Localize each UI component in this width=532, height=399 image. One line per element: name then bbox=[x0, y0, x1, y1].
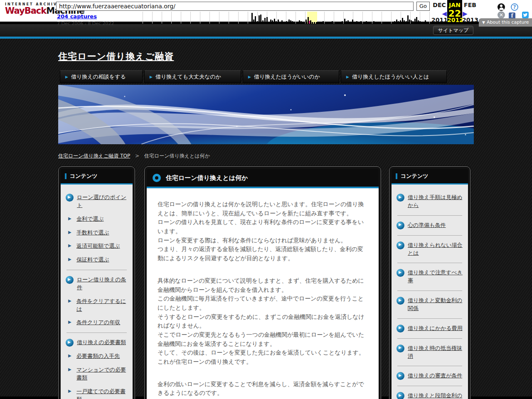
capture-bar[interactable] bbox=[253, 20, 254, 24]
sidebar-link[interactable]: 心の準備も条件 bbox=[408, 222, 446, 229]
capture-bar[interactable] bbox=[264, 18, 266, 24]
capture-bar[interactable] bbox=[423, 22, 424, 24]
help-icon[interactable]: ? bbox=[511, 3, 518, 11]
year-next[interactable]: 2013 bbox=[462, 17, 478, 23]
sidebar-item[interactable]: 借り換えにかかる費用 bbox=[397, 325, 463, 332]
capture-bar[interactable] bbox=[339, 22, 340, 24]
nav-tab-2[interactable]: ▶借り換えても大丈夫なのか bbox=[144, 70, 241, 83]
capture-bar[interactable] bbox=[288, 20, 290, 24]
capture-bar[interactable] bbox=[402, 18, 403, 24]
capture-bar[interactable] bbox=[416, 17, 417, 24]
capture-bar[interactable] bbox=[266, 17, 268, 24]
sidebar-link[interactable]: ローン借り換えの条件 bbox=[77, 276, 128, 292]
twitter-icon[interactable] bbox=[522, 12, 529, 18]
sidebar-sub-item[interactable]: ▶金利で選ぶ bbox=[66, 215, 128, 223]
capture-bar[interactable] bbox=[332, 21, 333, 24]
capture-bar[interactable] bbox=[325, 22, 326, 24]
sidebar-item[interactable]: 借り換え時の抵当権抹消 bbox=[397, 345, 463, 360]
sidebar-sub-item[interactable]: ▶条件をクリアするには bbox=[66, 298, 128, 313]
nav-tab-1[interactable]: ▶借り換えの相談をする bbox=[60, 70, 143, 83]
capture-bar[interactable] bbox=[279, 22, 281, 24]
capture-bar[interactable] bbox=[278, 20, 279, 24]
sidebar-link[interactable]: 手数料で選ぶ bbox=[76, 229, 109, 237]
capture-bar[interactable] bbox=[334, 22, 335, 24]
capture-bar[interactable] bbox=[360, 21, 362, 24]
sidebar-item[interactable]: 借り換えと段階金利の関係 bbox=[397, 392, 463, 399]
capture-bar[interactable] bbox=[398, 21, 399, 24]
capture-bar[interactable] bbox=[272, 20, 273, 24]
captures-link[interactable]: 204 captures bbox=[57, 13, 97, 20]
sidebar-link[interactable]: 返済可能額で選ぶ bbox=[76, 242, 120, 250]
capture-bar[interactable] bbox=[407, 15, 409, 24]
capture-bar[interactable] bbox=[366, 21, 367, 24]
about-this-capture[interactable]: ▼About this capture bbox=[479, 18, 532, 27]
capture-bar[interactable] bbox=[316, 22, 317, 24]
capture-bar[interactable] bbox=[425, 20, 426, 24]
capture-timeline[interactable] bbox=[143, 12, 433, 24]
capture-bar[interactable] bbox=[283, 22, 285, 24]
capture-bar[interactable] bbox=[312, 22, 313, 24]
capture-bar[interactable] bbox=[281, 20, 283, 24]
capture-bar[interactable] bbox=[412, 21, 414, 24]
sidebar-link[interactable]: 金利で選ぶ bbox=[76, 215, 104, 223]
capture-bar[interactable] bbox=[418, 20, 419, 24]
sidebar-link[interactable]: 条件をクリアするには bbox=[76, 298, 128, 313]
sidebar-group-head[interactable]: ローン借り換えの条件 bbox=[66, 276, 128, 292]
sidebar-link[interactable]: 借り換えられない場合とは bbox=[408, 241, 463, 257]
capture-bar[interactable] bbox=[370, 22, 371, 24]
capture-bar[interactable] bbox=[274, 19, 275, 24]
capture-bar[interactable] bbox=[300, 21, 302, 24]
capture-bar[interactable] bbox=[411, 20, 412, 24]
sidebar-sub-item[interactable]: ▶必要書類の入手先 bbox=[66, 352, 128, 360]
capture-bar[interactable] bbox=[346, 21, 347, 24]
sidebar-link[interactable]: 必要書類の入手先 bbox=[76, 352, 120, 360]
breadcrumb-top-link[interactable]: 住宅ローン借り換えご融資 TOP bbox=[58, 153, 130, 159]
capture-bar[interactable] bbox=[430, 22, 431, 24]
capture-bar[interactable] bbox=[303, 22, 304, 24]
sidebar-sub-item[interactable]: ▶返済可能額で選ぶ bbox=[66, 242, 128, 250]
sidebar-sub-item[interactable]: ▶条件クリアの年収 bbox=[66, 319, 128, 327]
sidebar-link[interactable]: 借り換えで注意すべき事 bbox=[408, 269, 463, 285]
capture-bar[interactable] bbox=[382, 22, 384, 24]
sidebar-link[interactable]: 借り換え時の抵当権抹消 bbox=[408, 345, 463, 360]
capture-bar[interactable] bbox=[327, 22, 328, 24]
sidebar-sub-item[interactable]: ▶マンションでの必要書類 bbox=[66, 366, 128, 382]
capture-bar[interactable] bbox=[404, 20, 405, 24]
go-button[interactable]: Go bbox=[416, 2, 430, 11]
sidebar-sub-item[interactable]: ▶保証料で選ぶ bbox=[66, 256, 128, 264]
capture-bar[interactable] bbox=[358, 22, 359, 24]
capture-bar[interactable] bbox=[270, 20, 271, 24]
capture-bar[interactable] bbox=[389, 22, 390, 24]
capture-bar[interactable] bbox=[251, 13, 253, 24]
sidebar-link[interactable]: 借り換えと変動金利の関係 bbox=[408, 297, 463, 313]
capture-bar[interactable] bbox=[409, 20, 410, 24]
year-prev[interactable]: 2011 bbox=[431, 17, 447, 23]
capture-bar[interactable] bbox=[276, 21, 277, 24]
capture-bar[interactable] bbox=[292, 21, 293, 24]
sidebar-group-head[interactable]: 借り換えの必要書類 bbox=[66, 339, 128, 347]
capture-bar[interactable] bbox=[255, 16, 256, 24]
url-input[interactable] bbox=[56, 2, 414, 11]
capture-bar[interactable] bbox=[373, 21, 374, 24]
capture-bar[interactable] bbox=[262, 20, 264, 24]
site-title-link[interactable]: 住宅ローン借り換えご融資 bbox=[58, 50, 174, 63]
capture-bar[interactable] bbox=[299, 20, 300, 24]
sidebar-link[interactable]: マンションでの必要書類 bbox=[76, 366, 128, 382]
capture-bar[interactable] bbox=[396, 20, 397, 24]
capture-bar[interactable] bbox=[419, 21, 421, 24]
sidebar-item[interactable]: 心の準備も条件 bbox=[397, 222, 463, 229]
sidebar-link[interactable]: ローン選びのポイント bbox=[77, 194, 128, 209]
capture-bar[interactable] bbox=[354, 22, 355, 24]
sidebar-item[interactable]: 借り換えと変動金利の関係 bbox=[397, 297, 463, 313]
capture-bar[interactable] bbox=[414, 19, 416, 24]
capture-bar[interactable] bbox=[257, 21, 258, 24]
capture-bar[interactable] bbox=[294, 22, 295, 24]
capture-bar[interactable] bbox=[323, 21, 324, 24]
capture-bar[interactable] bbox=[318, 22, 319, 24]
nav-tab-3[interactable]: ▶借り換えたほうがいいのか bbox=[243, 70, 339, 83]
capture-bar[interactable] bbox=[320, 22, 321, 24]
sidebar-link[interactable]: 借り換えの審査が条件 bbox=[408, 372, 462, 380]
sidebar-link[interactable]: 一戸建てでの必要書類 bbox=[76, 388, 128, 399]
capture-bar[interactable] bbox=[352, 20, 353, 24]
sidebar-link[interactable]: 借り換えと段階金利の関係 bbox=[408, 392, 463, 399]
